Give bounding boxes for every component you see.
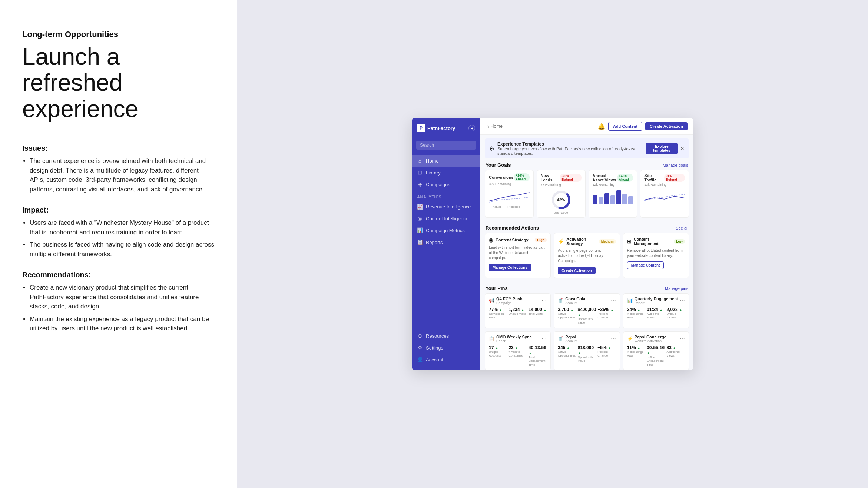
sidebar-item-campaign-metrics[interactable]: 📊 Campaign Metrics (412, 224, 480, 236)
metric-lbl-visitors: Unique Visitors (667, 312, 685, 320)
pin-menu-cola[interactable]: ⋯ (611, 298, 616, 304)
donut-container: 43% (541, 189, 582, 211)
pin-card-pepsi-concierge: ⚡ Pepsi Concierge Website Activation ⋯ 1… (623, 331, 689, 370)
goal-card-header-views: Annual Asset Views +40% Ahead (593, 173, 633, 182)
goal-badge-views: +40% Ahead (617, 174, 633, 182)
see-all-link[interactable]: See all (676, 226, 688, 230)
issue-item: The current experience is overwhelmed wi… (30, 156, 215, 194)
banner-close-button[interactable]: ✕ (680, 146, 685, 151)
pin-metrics-pc: 11% ▲ Visitor Binge Rate 00:55:16 ▲ Left… (627, 345, 685, 367)
pin-name-cola: Coca Cola (565, 297, 585, 301)
breadcrumb-text: Home (491, 124, 503, 129)
metric-lbl-pct: Left in Engagement Time (647, 355, 665, 367)
pin-card-q4-eoy: 📢 Q4 EOY Push Campaign ⋯ 77% ▲ Conversio… (485, 293, 551, 328)
metric-val-pcv: 83 ▲ (667, 345, 685, 350)
sidebar-item-resources[interactable]: ⊙ Resources (412, 330, 480, 342)
home-icon: ⌂ (417, 158, 423, 164)
header-actions: 🔔 Add Content Create Activation (598, 122, 688, 131)
manage-pins-link[interactable]: Manage pins (665, 286, 688, 291)
sidebar-item-content-intelligence[interactable]: ◎ Content Intelligence (412, 213, 480, 224)
pin-type: Campaign (496, 301, 523, 305)
goal-name-views: Annual Asset Views (593, 173, 617, 182)
action-title-row: ◉ Content Strategy (489, 237, 529, 243)
create-activation-button[interactable]: Create Activation (645, 122, 688, 130)
sidebar-item-revenue-label: Revenue Intelligence (426, 204, 471, 210)
action-title-3: Content Management (634, 237, 674, 246)
action-header-2: ⚡ Activation Strategy Medium (558, 237, 616, 246)
manage-collections-button[interactable]: Manage Collections (489, 264, 531, 271)
banner-title: Experience Templates (497, 141, 646, 147)
sidebar-item-home[interactable]: ⌂ Home (412, 155, 480, 167)
pin-menu-qe[interactable]: ⋯ (680, 298, 685, 304)
impact-title: Impact: (22, 206, 215, 214)
goal-card-header-traffic: Site Traffic -9% Behind (644, 173, 685, 182)
left-panel: Long-term Opportunities Launch a refresh… (0, 0, 237, 488)
explore-templates-button[interactable]: Explore templates (646, 143, 678, 154)
pin-menu-button[interactable]: ⋯ (541, 298, 547, 304)
sidebar-item-library[interactable]: ⊞ Library (412, 167, 480, 178)
pin-metrics-cola: 3,700 ▲ Active Opportunities $400,000 ▲ … (558, 307, 616, 325)
sidebar-item-reports[interactable]: 📋 Reports (412, 236, 480, 248)
metric-lbl-3: Percent Change (598, 312, 616, 320)
pin-menu-pepsi[interactable]: ⋯ (611, 336, 616, 342)
goal-name-traffic: Site Traffic (644, 173, 664, 182)
goals-grid: Conversions +16% Ahead 32k Remaining Act… (480, 170, 693, 221)
create-activation-action-button[interactable]: Create Activation (558, 267, 596, 274)
goal-remaining-views: 12k Remaining (593, 183, 633, 187)
sidebar-item-reports-label: Reports (426, 240, 443, 245)
sidebar-item-library-label: Library (426, 170, 441, 176)
action-card-activation-strategy: ⚡ Activation Strategy Medium Add a singl… (554, 233, 620, 278)
pin-header-cmo: 📋 CMO Weekly Sync Report ⋯ (489, 335, 547, 343)
sidebar-item-campaigns[interactable]: ◈ Campaigns (412, 178, 480, 190)
metric-assets-consumed: 23 ▲ # Assets Consumed (508, 345, 527, 367)
banner-left: ⚙ Experience Templates Supercharge your … (489, 141, 646, 156)
activation-strategy-icon: ⚡ (558, 238, 564, 244)
pin-title-row: 📢 Q4 EOY Push Campaign (489, 297, 523, 305)
pin-name-block-pepsi: Pepsi Account (565, 335, 577, 343)
search-input[interactable] (416, 141, 476, 150)
pin-menu-cmo[interactable]: ⋯ (541, 336, 547, 342)
right-panel: P PathFactory ◀ ⌂ Home ⊞ Library (237, 0, 868, 488)
app-window: P PathFactory ◀ ⌂ Home ⊞ Library (412, 118, 693, 370)
sidebar-item-account[interactable]: 👤 Account (412, 354, 480, 365)
action-card-content-management: ⊞ Content Management Low Remove all outd… (623, 233, 689, 278)
pepsi-concierge-icon: ⚡ (627, 336, 633, 341)
metric-lbl-po: Active Opportunities (558, 350, 576, 358)
pin-name-block-cmo: CMO Weekly Sync Report (496, 335, 532, 343)
sidebar-collapse-button[interactable]: ◀ (468, 125, 475, 131)
resources-icon: ⊙ (417, 333, 423, 339)
pin-name-block-cola: Coca Cola Account (565, 297, 585, 305)
pin-menu-pc[interactable]: ⋯ (680, 336, 685, 342)
metric-label-2: Unique Visits (508, 312, 527, 316)
sidebar-item-revenue-intelligence[interactable]: 📈 Revenue Intelligence (412, 201, 480, 213)
sidebar-item-settings[interactable]: ⚙ Settings (412, 342, 480, 354)
manage-goals-link[interactable]: Manage goals (663, 163, 688, 167)
notifications-button[interactable]: 🔔 (598, 123, 605, 130)
metric-lbl-pcv: Additional Views (667, 350, 685, 358)
pin-title-row-pepsi: 🥤 Pepsi Account (558, 335, 577, 343)
goal-remaining: 32k Remaining (489, 182, 530, 186)
main-header: ⌂ Home 🔔 Add Content Create Activation (480, 118, 693, 135)
sidebar-bottom: ⊙ Resources ⚙ Settings 👤 Account (412, 327, 480, 370)
pin-name-pepsi: Pepsi (565, 335, 577, 339)
manage-content-button[interactable]: Manage Content (627, 261, 664, 269)
pins-grid: 📢 Q4 EOY Push Campaign ⋯ 77% ▲ Conversio… (480, 293, 693, 370)
metric-lbl-ac: # Assets Consumed (508, 350, 527, 358)
banner-actions: Explore templates ✕ (646, 143, 685, 154)
goal-badge-traffic: -9% Behind (664, 174, 685, 182)
priority-badge-low: Low (674, 239, 685, 244)
metric-val-ua: 17 ▲ (489, 345, 507, 350)
sidebar-item-campaigns-label: Campaigns (426, 182, 450, 187)
metric-conversion-rate: 77% ▲ Conversion Rate (489, 307, 507, 320)
bar-q3-actual (616, 190, 621, 204)
metric-val-visitors: 2,022 ▲ (667, 307, 685, 312)
action-card-content-strategy: ◉ Content Strategy High Lead with short … (485, 233, 551, 278)
issues-list: The current experience is overwhelmed wi… (22, 156, 215, 194)
metric-val-pv: $18,000 ▲ (578, 345, 596, 355)
metric-pepsi-opp: 345 ▲ Active Opportunities (558, 345, 576, 363)
main-content: ⌂ Home 🔔 Add Content Create Activation ⚙… (480, 118, 693, 370)
sidebar-item-account-label: Account (426, 357, 443, 362)
add-content-button[interactable]: Add Content (608, 122, 642, 131)
pin-name-block: Q4 EOY Push Campaign (496, 297, 523, 305)
sidebar-item-resources-label: Resources (426, 333, 449, 339)
